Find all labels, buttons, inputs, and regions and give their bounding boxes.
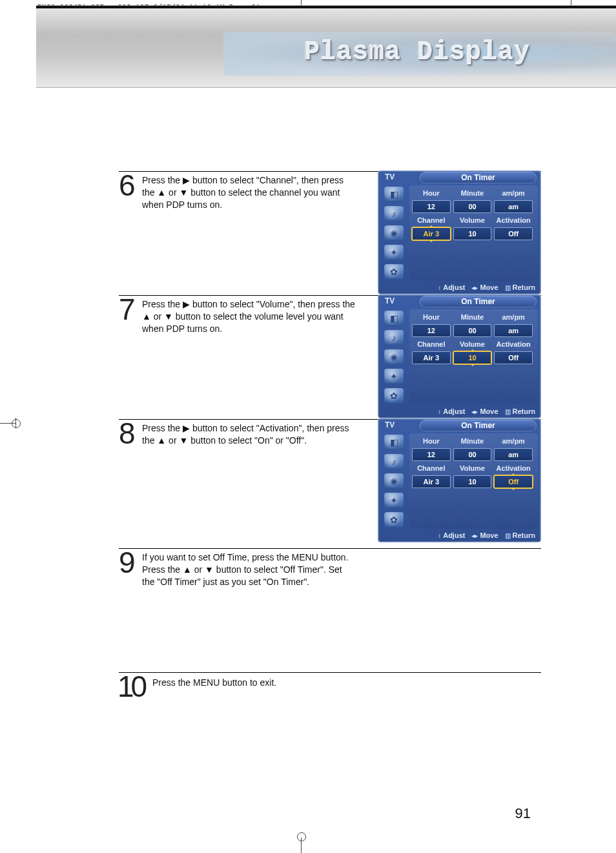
col-volume: Volume: [453, 215, 492, 225]
step-text: Press the ▶ button to select "Volume", t…: [142, 298, 355, 335]
osd-sidebar: ◧ ♪ ◉ ✦ ✿: [378, 184, 409, 281]
val-minute[interactable]: 00: [453, 324, 492, 337]
footer-adjust: ↕Adjust: [438, 531, 465, 539]
function-icon: ✿: [384, 388, 404, 404]
col-minute: Minute: [453, 312, 492, 322]
header-banner: Plasma Display: [36, 5, 616, 88]
osd-title: On Timer: [420, 420, 537, 431]
osd-panel-step6: TV On Timer ◧ ♪ ◉ ✦ ✿ Hour Minute am/pm: [378, 170, 541, 294]
picture-icon: ◧: [384, 311, 404, 326]
col-activation: Activation: [494, 339, 533, 349]
footer-move: ◂▸Move: [471, 407, 498, 415]
channel-icon: ◉: [384, 349, 404, 365]
step-7: 7 Press the ▶ button to select "Volume",…: [119, 295, 541, 406]
osd-sidebar: ◧ ♪ ◉ ✦ ✿: [378, 308, 409, 405]
footer-return: ▥Return: [505, 531, 535, 539]
val-ampm[interactable]: am: [494, 200, 533, 213]
step-9: 9 If you want to set Off Time, press the…: [119, 548, 541, 659]
setup-icon: ✦: [384, 369, 404, 384]
osd-title: On Timer: [420, 172, 537, 183]
val-ampm[interactable]: am: [494, 324, 533, 337]
col-minute: Minute: [453, 436, 492, 446]
osd-footer: ↕Adjust ◂▸Move ▥Return: [378, 281, 540, 291]
step-6: 6 Press the ▶ button to select "Channel"…: [119, 171, 541, 282]
osd-footer: ↕Adjust ◂▸Move ▥Return: [378, 405, 540, 415]
sound-icon: ♪: [384, 206, 404, 221]
osd-panel-step8: TV On Timer ◧ ♪ ◉ ✦ ✿ Hour Minute am/pm: [378, 418, 541, 542]
val-activation[interactable]: Off: [494, 227, 533, 240]
picture-icon: ◧: [384, 435, 404, 450]
step-number: 6: [119, 170, 134, 200]
col-channel: Channel: [412, 463, 451, 473]
col-hour: Hour: [412, 436, 451, 446]
function-icon: ✿: [384, 264, 404, 280]
osd-title: On Timer: [420, 296, 537, 307]
col-hour: Hour: [412, 312, 451, 322]
osd-tv-label: TV: [385, 420, 395, 429]
col-minute: Minute: [453, 188, 492, 198]
osd-sidebar: ◧ ♪ ◉ ✦ ✿: [378, 432, 409, 529]
footer-move: ◂▸Move: [471, 283, 498, 291]
val-minute[interactable]: 00: [453, 200, 492, 213]
col-activation: Activation: [494, 215, 533, 225]
crop-mark-left: [0, 423, 15, 424]
picture-icon: ◧: [384, 187, 404, 202]
val-volume[interactable]: 10: [453, 227, 492, 240]
step-text: Press the ▶ button to select "Activation…: [142, 422, 355, 447]
val-activation[interactable]: Off: [494, 351, 533, 364]
col-ampm: am/pm: [494, 312, 533, 322]
val-channel[interactable]: Air 3: [412, 351, 451, 364]
footer-move: ◂▸Move: [471, 531, 498, 539]
val-hour[interactable]: 12: [412, 324, 451, 337]
val-channel[interactable]: Air 3: [412, 227, 451, 240]
val-channel[interactable]: Air 3: [412, 475, 451, 488]
step-8: 8 Press the ▶ button to select "Activati…: [119, 419, 541, 535]
banner-title: Plasma Display: [304, 38, 530, 67]
function-icon: ✿: [384, 512, 404, 528]
osd-tv-label: TV: [385, 172, 395, 181]
osd-grid: Hour Minute am/pm 12 00 am Channel Volum…: [409, 433, 538, 529]
channel-icon: ◉: [384, 473, 404, 489]
col-ampm: am/pm: [494, 436, 533, 446]
val-minute[interactable]: 00: [453, 448, 492, 461]
footer-adjust: ↕Adjust: [438, 283, 465, 291]
step-10: 10 Press the MENU button to exit.: [119, 672, 541, 711]
val-ampm[interactable]: am: [494, 448, 533, 461]
sound-icon: ♪: [384, 330, 404, 345]
sound-icon: ♪: [384, 454, 404, 469]
crop-mark-bottom: [301, 838, 302, 853]
step-text: Press the MENU button to exit.: [152, 677, 365, 689]
step-number: 8: [119, 418, 134, 448]
footer-return: ▥Return: [505, 407, 535, 415]
step-text: Press the ▶ button to select "Channel", …: [142, 174, 355, 211]
setup-icon: ✦: [384, 493, 404, 508]
osd-grid: Hour Minute am/pm 12 00 am Channel Volum…: [409, 309, 538, 405]
content-column: 6 Press the ▶ button to select "Channel"…: [119, 171, 541, 724]
osd-grid: Hour Minute am/pm 12 00 am Channel Volum…: [409, 185, 538, 281]
val-hour[interactable]: 12: [412, 448, 451, 461]
col-volume: Volume: [453, 463, 492, 473]
val-volume[interactable]: 10: [453, 475, 492, 488]
col-channel: Channel: [412, 339, 451, 349]
col-hour: Hour: [412, 188, 451, 198]
setup-icon: ✦: [384, 245, 404, 260]
step-number: 7: [119, 294, 134, 324]
val-activation[interactable]: Off: [494, 475, 533, 488]
val-volume[interactable]: 10: [453, 351, 492, 364]
val-hour[interactable]: 12: [412, 200, 451, 213]
step-number: 9: [119, 548, 134, 577]
channel-icon: ◉: [384, 225, 404, 241]
osd-tv-label: TV: [385, 296, 395, 305]
footer-adjust: ↕Adjust: [438, 407, 465, 415]
col-ampm: am/pm: [494, 188, 533, 198]
osd-panel-step7: TV On Timer ◧ ♪ ◉ ✦ ✿ Hour Minute am/pm: [378, 294, 541, 418]
page-number: 91: [515, 805, 531, 822]
step-text: If you want to set Off Time, press the M…: [142, 551, 355, 588]
osd-footer: ↕Adjust ◂▸Move ▥Return: [378, 529, 540, 539]
footer-return: ▥Return: [505, 283, 535, 291]
step-number: 10: [118, 672, 144, 701]
